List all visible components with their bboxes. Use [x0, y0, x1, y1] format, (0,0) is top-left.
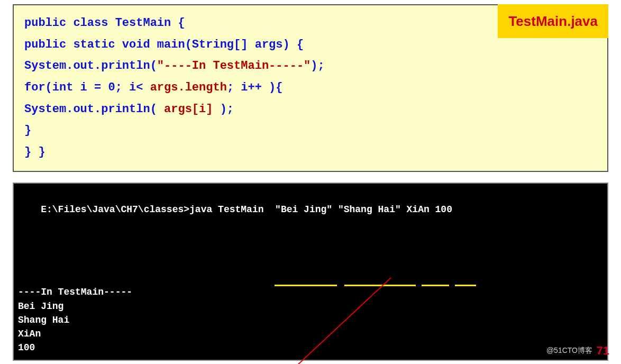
code-block: TestMain.java public class TestMain { pu… — [13, 4, 608, 172]
page-number: 71 — [597, 344, 609, 358]
terminal-output: E:\Files\Java\CH7\classes>java TestMain … — [13, 183, 608, 361]
code-line-7: } } — [24, 142, 597, 163]
terminal-command: E:\Files\Java\CH7\classes>java TestMain … — [18, 189, 603, 286]
code-line-4: for(int i = 0; i< args.length; i++ ){ — [24, 77, 597, 99]
terminal-out-3: Shang Hai — [18, 313, 603, 327]
code-line-3: System.out.println("----In TestMain-----… — [24, 56, 597, 77]
code-line-5: System.out.println( args[i] ); — [24, 99, 597, 121]
terminal-out-2: Bei Jing — [18, 299, 603, 313]
code-line-6: } — [24, 120, 597, 142]
terminal-out-4: XiAn — [18, 327, 603, 341]
terminal-out-1: ----In TestMain----- — [18, 285, 603, 299]
filename-badge: TestMain.java — [498, 4, 608, 38]
terminal-out-5: 100 — [18, 341, 603, 354]
watermark: @51CTO博客 — [546, 346, 592, 356]
